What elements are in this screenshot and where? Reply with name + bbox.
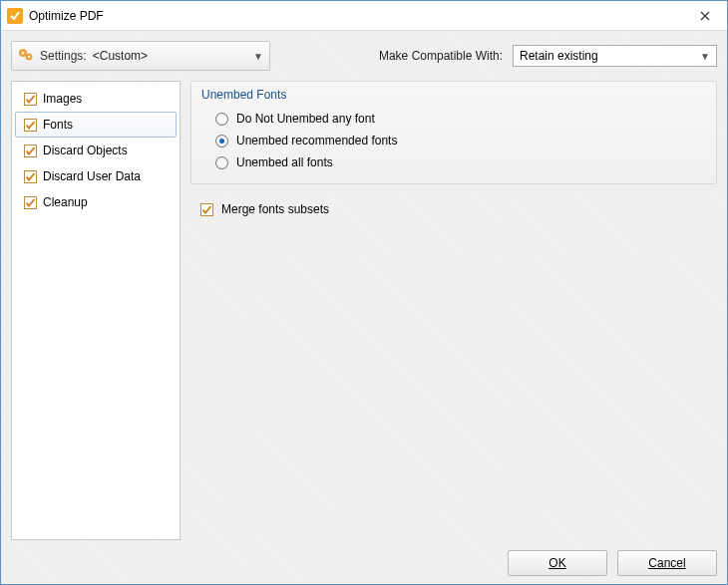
compat-label: Make Compatible With: <box>379 49 503 63</box>
checkbox-icon[interactable] <box>24 119 37 132</box>
svg-point-3 <box>22 51 25 54</box>
sidebar-item-label: Images <box>43 92 82 106</box>
gears-icon <box>18 47 34 66</box>
sidebar-item-images[interactable]: Images <box>15 86 177 112</box>
radio-option[interactable]: Unembed recommended fonts <box>191 130 716 151</box>
checkbox-icon[interactable] <box>24 196 37 209</box>
checkbox-icon[interactable] <box>24 93 37 106</box>
radio-label: Unembed recommended fonts <box>236 134 397 147</box>
close-button[interactable] <box>682 1 727 30</box>
dialog-body: Settings: <Custom> ▼ Make Compatible Wit… <box>1 31 727 584</box>
radio-option[interactable]: Do Not Unembed any font <box>191 108 716 130</box>
compat-value: Retain existing <box>520 49 700 63</box>
compat-dropdown[interactable]: Retain existing ▼ <box>513 45 717 67</box>
svg-point-4 <box>28 55 30 57</box>
cancel-label: Cancel <box>648 556 685 570</box>
cancel-button[interactable]: Cancel <box>617 550 717 576</box>
sidebar-item-label: Discard User Data <box>43 169 141 183</box>
window-title: Optimize PDF <box>29 9 682 23</box>
unembed-fonts-group: Unembed Fonts Do Not Unembed any fontUne… <box>190 81 717 184</box>
checkbox-icon <box>200 203 213 216</box>
chevron-down-icon: ▼ <box>253 51 263 62</box>
sidebar-item-discard-objects[interactable]: Discard Objects <box>15 138 177 163</box>
radio-icon <box>215 113 228 126</box>
titlebar: Optimize PDF <box>1 1 727 31</box>
close-icon <box>700 11 710 21</box>
sidebar-item-cleanup[interactable]: Cleanup <box>15 189 177 215</box>
checkbox-icon[interactable] <box>24 145 37 157</box>
merge-fonts-label: Merge fonts subsets <box>221 202 329 216</box>
sidebar-item-fonts[interactable]: Fonts <box>15 112 177 138</box>
sidebar-item-label: Fonts <box>43 118 73 132</box>
ok-label: OK <box>548 556 565 570</box>
chevron-down-icon: ▼ <box>700 51 710 62</box>
radio-icon <box>215 135 228 147</box>
settings-dropdown[interactable]: Settings: <Custom> ▼ <box>11 41 270 71</box>
sidebar-item-label: Discard Objects <box>43 144 128 157</box>
middle-area: ImagesFontsDiscard ObjectsDiscard User D… <box>11 81 717 540</box>
dialog-footer: OK Cancel <box>11 540 717 576</box>
group-title: Unembed Fonts <box>191 82 716 108</box>
merge-fonts-row[interactable]: Merge fonts subsets <box>190 198 717 220</box>
radio-label: Unembed all fonts <box>236 155 333 169</box>
settings-value: <Custom> <box>93 49 148 63</box>
dialog-window: Optimize PDF Settings: <Custom> ▼ Make C… <box>0 0 728 585</box>
radio-label: Do Not Unembed any font <box>236 112 375 126</box>
main-panel: Unembed Fonts Do Not Unembed any fontUne… <box>190 81 717 540</box>
radio-option[interactable]: Unembed all fonts <box>191 151 716 173</box>
app-icon <box>7 8 23 24</box>
radio-icon <box>215 156 228 169</box>
checkbox-icon[interactable] <box>24 170 37 183</box>
settings-label: Settings: <box>40 49 87 63</box>
sidebar-item-discard-user-data[interactable]: Discard User Data <box>15 163 177 189</box>
top-row: Settings: <Custom> ▼ Make Compatible Wit… <box>11 41 717 71</box>
sidebar-item-label: Cleanup <box>43 195 88 209</box>
category-sidebar: ImagesFontsDiscard ObjectsDiscard User D… <box>11 81 181 540</box>
ok-button[interactable]: OK <box>508 550 607 576</box>
